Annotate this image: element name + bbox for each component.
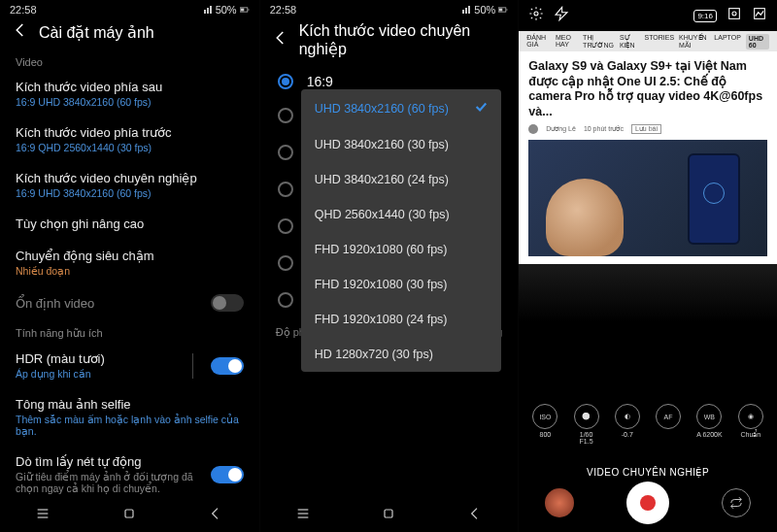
svg-rect-2: [248, 9, 249, 10]
svg-point-17: [732, 12, 736, 16]
status-time: 22:58: [10, 4, 37, 16]
page-title: Kích thước video chuyên nghiệp: [299, 21, 507, 58]
radio-icon: [278, 255, 293, 271]
section-video: Video: [0, 50, 259, 72]
nav-bar: [260, 499, 519, 532]
setting-video-stabilization[interactable]: Ổn định video: [0, 286, 259, 321]
svg-rect-13: [385, 510, 392, 517]
grid-icon[interactable]: [726, 6, 742, 25]
setting-super-slowmo[interactable]: Chuyển động siêu chậm Nhiều đoạn: [0, 241, 259, 286]
toggle-hdr[interactable]: [211, 357, 244, 375]
settings-icon[interactable]: [528, 6, 544, 25]
setting-hdr[interactable]: HDR (màu tươi) Áp dụng khi cần: [0, 344, 259, 389]
aspect-badge[interactable]: 9:16: [693, 10, 717, 22]
radio-selected-icon: [278, 74, 293, 89]
toggle-stabilization[interactable]: [211, 294, 244, 312]
resolution-option[interactable]: FHD 1920x1080 (24 fps): [301, 302, 501, 337]
radio-icon: [278, 182, 293, 197]
gallery-thumbnail[interactable]: [545, 488, 574, 517]
resolution-popup: UHD 3840x2160 (60 fps) UHD 3840x2160 (30…: [301, 89, 501, 372]
iso-control[interactable]: ISO800: [532, 404, 557, 438]
resolution-option[interactable]: UHD 3840x2160 (60 fps): [301, 89, 501, 127]
setting-pro-video-size[interactable]: Kích thước video chuyên nghiệp 16:9 UHD …: [0, 163, 259, 209]
article-card: Galaxy S9 và Galaxy S9+ tại Việt Nam đượ…: [519, 51, 777, 264]
radio-icon: [278, 145, 293, 160]
nav-home-icon[interactable]: [121, 506, 137, 525]
camera-top-bar: 9:16: [519, 0, 777, 31]
resolution-option[interactable]: FHD 1920x1080 (60 fps): [301, 232, 501, 267]
check-icon: [474, 100, 488, 116]
nav-back-icon[interactable]: [467, 506, 483, 525]
back-icon[interactable]: [272, 29, 289, 50]
radio-icon: [278, 292, 293, 308]
setting-front-video-size[interactable]: Kích thước video phía trước 16:9 QHD 256…: [0, 117, 259, 163]
author-avatar-icon: [528, 124, 538, 134]
toggle-af-tracking[interactable]: [211, 466, 244, 483]
status-icons: 50%: [461, 4, 508, 16]
resolution-option[interactable]: FHD 1920x1080 (30 fps): [301, 267, 501, 302]
switch-camera-button[interactable]: [722, 488, 751, 517]
article-image: [528, 140, 767, 256]
resolution-option[interactable]: QHD 2560x1440 (30 fps): [301, 197, 501, 232]
resolution-option[interactable]: HD 1280x720 (30 fps): [301, 337, 501, 372]
resolution-option[interactable]: UHD 3840x2160 (30 fps): [301, 127, 501, 162]
setting-af-tracking[interactable]: Dò tìm lấy nét tự động Giữ tiêu điểm máy…: [0, 447, 259, 504]
nav-recents-icon[interactable]: [295, 506, 311, 525]
svg-rect-8: [499, 9, 503, 12]
setting-rear-video-size[interactable]: Kích thước video phía sau 16:9 UHD 3840x…: [0, 72, 259, 117]
wb-control[interactable]: WBA 6200K: [696, 404, 722, 438]
setting-selfie-tone[interactable]: Tông màu ảnh selfie Thêm sắc màu ấm hoặc…: [0, 389, 259, 447]
svg-rect-1: [240, 9, 244, 12]
nav-back-icon[interactable]: [208, 506, 223, 525]
svg-rect-9: [507, 9, 508, 10]
status-bar: 22:58 50%: [260, 0, 519, 17]
radio-icon: [278, 108, 293, 123]
flash-icon[interactable]: [554, 6, 569, 25]
browser-tabs: ĐÁNH GIÁMEO HAYTHỊ TRƯỜNGSỰ KIỆNSTORIESK…: [519, 31, 777, 51]
status-bar: 22:58 50%: [0, 0, 259, 17]
record-button[interactable]: [626, 482, 669, 524]
camera-mode[interactable]: VIDEO CHUYÊN NGHIỆP: [519, 467, 777, 478]
uhd-badge: UHD 60: [746, 34, 769, 50]
svg-marker-15: [556, 7, 567, 19]
setting-advanced-recording[interactable]: Tùy chọn ghi nâng cao: [0, 209, 259, 241]
radio-icon: [278, 218, 293, 234]
svg-point-14: [534, 12, 538, 16]
pro-controls: ISO800 ⚪1/60F1.5 ◐-0.7 AF WBA 6200K ◉Chu…: [519, 404, 777, 445]
status-icons: 50%: [203, 4, 250, 16]
nav-bar: [0, 499, 259, 532]
status-time: 22:58: [270, 4, 297, 16]
svg-rect-16: [729, 9, 740, 19]
back-icon[interactable]: [12, 21, 29, 43]
shutter-control[interactable]: ⚪1/60F1.5: [574, 404, 599, 445]
resolution-option[interactable]: UHD 3840x2160 (24 fps): [301, 162, 501, 197]
ev-control[interactable]: ◐-0.7: [615, 404, 640, 438]
svg-rect-6: [125, 510, 133, 517]
section-useful: Tính năng hữu ích: [0, 321, 259, 344]
article-title: Galaxy S9 và Galaxy S9+ tại Việt Nam đượ…: [528, 59, 767, 120]
histogram-icon[interactable]: [752, 6, 767, 25]
af-control[interactable]: AF: [656, 404, 681, 431]
nav-recents-icon[interactable]: [35, 506, 51, 525]
page-title: Cài đặt máy ảnh: [39, 23, 154, 42]
nav-home-icon[interactable]: [381, 506, 396, 525]
std-control[interactable]: ◉Chuẩn: [738, 404, 763, 439]
